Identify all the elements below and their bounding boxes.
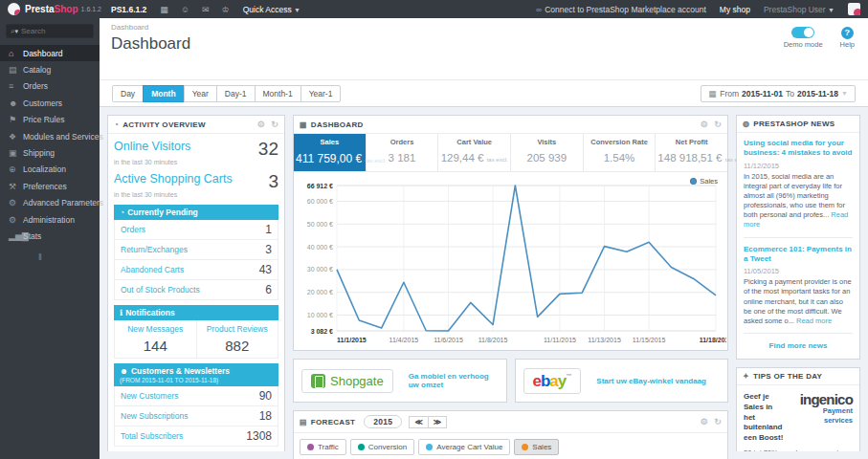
chart-legend[interactable]: Sales [690, 177, 718, 186]
online-visitors-link[interactable]: Online Visitors [114, 140, 190, 153]
forecast-toggle-conversion[interactable]: Conversion [350, 439, 414, 455]
user-menu[interactable]: PrestaShop User ▼ [764, 5, 835, 14]
marketplace-link[interactable]: ∞Connect to PrestaShop Marketplace accou… [536, 5, 706, 14]
date-from-value: 2015-11-01 [742, 89, 783, 98]
collapse-menu-button[interactable]: ‖ [0, 252, 100, 262]
forecast-toggle-average-cart-value[interactable]: Average Cart Value [418, 439, 510, 455]
gear-icon[interactable]: ⚙ [257, 120, 265, 129]
user-avatar[interactable] [848, 3, 860, 15]
shopgate-link[interactable]: Ga mobiel en verhoog uw omzet [409, 372, 499, 389]
online-visitors-value: 32 [258, 140, 278, 158]
trophy-icon[interactable]: ♔ [222, 5, 230, 14]
help-control[interactable]: ? Help [840, 27, 855, 49]
sidebar-item-dashboard[interactable]: ⌂Dashboard [0, 45, 100, 61]
new-messages-cell[interactable]: New Messages 144 [115, 320, 196, 358]
range-year-button[interactable]: Year [184, 85, 217, 102]
demo-mode-toggle[interactable] [791, 27, 814, 38]
next-year-button[interactable]: ≫ [428, 416, 447, 428]
sidebar-item-label: Customers [23, 98, 62, 108]
range-day-1-button[interactable]: Day-1 [216, 85, 256, 102]
refresh-icon[interactable]: ↻ [714, 120, 722, 129]
customers-row-new-subscriptions[interactable]: New Subscriptions18 [114, 406, 278, 426]
pending-row-out-of-stock[interactable]: Out of Stock Products6 [114, 280, 278, 300]
kpi-value: 148 918,51 € [657, 152, 722, 164]
kpi-note: tax excl. [487, 157, 508, 163]
employees-icon[interactable]: ☺ [181, 5, 189, 14]
ingenico-logo[interactable]: ingenico Paymentservices [788, 392, 853, 425]
sidebar-item-administration[interactable]: ⚙Administration [0, 211, 100, 228]
kpi-tab-visits[interactable]: Visits 205 939 [511, 134, 584, 171]
cart-icon[interactable]: ▦ [160, 5, 168, 14]
forecast-panel: ▤ FORECAST 2015 ≪ ≫ ⚙ ↻ Traffic Conversi… [293, 410, 728, 459]
truck-icon: ▣ [9, 148, 23, 158]
active-carts-link[interactable]: Active Shopping Carts [114, 172, 233, 186]
svg-text:11/6/2015: 11/6/2015 [434, 337, 463, 343]
sidebar-item-orders[interactable]: ≡Orders [0, 78, 100, 95]
shop-name: PS1.6.1.2 [111, 5, 146, 14]
kpi-tab-net-profit[interactable]: Net Profit 148 918,51 € tax excl. [656, 134, 727, 171]
customers-row-new-customers[interactable]: New Customers90 [114, 386, 278, 406]
link-icon: ∞ [536, 5, 542, 14]
svg-text:20 000 €: 20 000 € [307, 289, 333, 295]
range-day-button[interactable]: Day [112, 85, 144, 102]
sidebar-item-localization[interactable]: ⊕Localization [0, 162, 100, 178]
news-article-title[interactable]: Using social media for your business: 4 … [744, 139, 853, 159]
messages-icon[interactable]: ✉ [202, 5, 210, 14]
notifications-title: Notifications [125, 308, 174, 317]
product-reviews-cell[interactable]: Product Reviews 882 [196, 320, 278, 358]
sidebar-item-catalog[interactable]: ▤Catalog [0, 61, 100, 77]
gear-icon[interactable]: ⚙ [701, 120, 708, 129]
row-value: 6 [265, 283, 272, 296]
read-more-link[interactable]: Read more [796, 317, 832, 325]
tips-of-the-day-panel: ✦ TIPS OF THE DAY ingenico Paymentservic… [736, 367, 860, 451]
sidebar-item-label: Orders [23, 81, 48, 91]
range-year-1-button[interactable]: Year-1 [300, 85, 342, 102]
customers-section-header: ☻Customers & Newsletters(FROM 2015-11-01… [114, 363, 278, 386]
sidebar-item-modules[interactable]: ❖Modules and Services [0, 128, 100, 144]
orders-icon: ≡ [9, 81, 23, 91]
previous-year-button[interactable]: ≪ [409, 416, 428, 428]
refresh-icon[interactable]: ↻ [714, 417, 722, 426]
find-more-news-link[interactable]: Find more news [744, 340, 853, 353]
breadcrumb: Dashboard [111, 23, 857, 32]
ebay-logo[interactable]: ebay™ [523, 368, 582, 394]
kpi-tab-sales[interactable]: Sales 411 759,00 € tax excl. [294, 134, 367, 171]
sidebar-item-advanced-parameters[interactable]: ⚙Advanced Parameters [0, 195, 100, 211]
legend-label: Sales [700, 177, 718, 186]
sidebar-item-label: Modules and Services [23, 132, 103, 142]
sidebar-item-customers[interactable]: ☻Customers [0, 95, 100, 111]
forecast-year: 2015 [364, 415, 402, 428]
customers-row-total-subscribers[interactable]: Total Subscribers1308 [114, 426, 278, 447]
sidebar-item-stats[interactable]: ▂▅▇Stats [0, 228, 100, 244]
kpi-tab-conversion-rate[interactable]: Conversion Rate 1.54% [584, 134, 657, 171]
sidebar-search[interactable]: ⌕▾ [6, 24, 94, 38]
kpi-tab-cart-value[interactable]: Cart Value 129,44 € tax excl. [438, 134, 511, 171]
date-range-picker[interactable]: ▦ From 2015-11-01 To 2015-11-18 ▼ [701, 85, 856, 102]
ebay-link[interactable]: Start uw eBay-winkel vandaag [596, 377, 706, 385]
sidebar-item-shipping[interactable]: ▣Shipping [0, 144, 100, 161]
range-month-button[interactable]: Month [143, 85, 185, 102]
ingenico-subtitle: Paymentservices [823, 406, 853, 425]
quick-access-menu[interactable]: Quick Access ▼ [243, 5, 300, 14]
pending-row-returns[interactable]: Return/Exchanges3 [114, 240, 278, 260]
refresh-icon[interactable]: ↻ [271, 120, 278, 129]
my-shop-link[interactable]: My shop [720, 5, 750, 14]
search-input[interactable] [21, 27, 89, 35]
forecast-toggle-traffic[interactable]: Traffic [300, 439, 346, 455]
sidebar-item-preferences[interactable]: ⚒Preferences [0, 178, 100, 194]
activity-panel-title: ACTIVITY OVERVIEW [122, 120, 206, 129]
news-article-title[interactable]: Ecommerce 101: Payments in a Tweet [744, 245, 853, 265]
svg-text:11/4/2015: 11/4/2015 [389, 337, 419, 343]
cell-label: Product Reviews [199, 324, 277, 334]
sales-dot [522, 444, 528, 450]
sidebar-item-price-rules[interactable]: ⚑Price Rules [0, 112, 100, 128]
pending-row-orders[interactable]: Orders1 [114, 220, 278, 240]
shopgate-logo[interactable]: Shopgate [301, 369, 393, 393]
range-month-1-button[interactable]: Month-1 [255, 85, 301, 102]
forecast-toggle-sales[interactable]: Sales [514, 439, 559, 455]
book-icon: ▤ [9, 65, 23, 75]
pending-row-abandoned-carts[interactable]: Abandoned Carts43 [114, 260, 278, 280]
gear-icon[interactable]: ⚙ [701, 417, 708, 426]
kpi-tab-orders[interactable]: Orders 3 181 [367, 134, 439, 171]
divider [744, 237, 853, 238]
